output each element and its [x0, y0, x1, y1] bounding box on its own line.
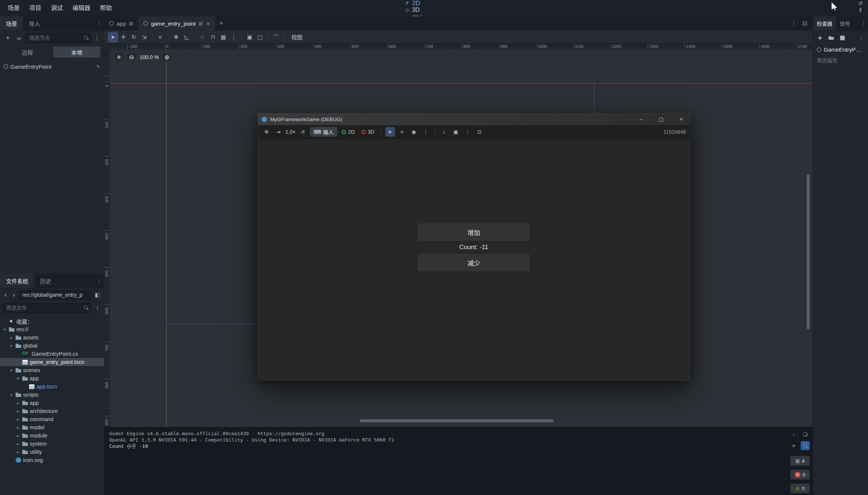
scale-tool-icon[interactable]: ⇲	[139, 32, 149, 42]
chevron-right-icon[interactable]: ▸	[16, 450, 20, 455]
expand-viewport-icon[interactable]: ⊡	[800, 19, 810, 28]
input-toggle-button[interactable]: ⌨ 输入	[310, 127, 337, 137]
skeleton-options-icon[interactable]: ⌒	[271, 32, 281, 42]
speed-selector[interactable]: 1.0×	[285, 129, 296, 135]
tab-history[interactable]: 历史	[34, 274, 57, 288]
fs-tree-row[interactable]: ▾scenes	[0, 366, 104, 374]
fs-tree-row[interactable]: ▾app	[0, 374, 104, 382]
tab-filesystem[interactable]: 文件系统	[0, 274, 34, 288]
filesystem-menu-icon[interactable]: ⋮	[94, 274, 104, 288]
workspace-tab-2d[interactable]: ↱ 2D	[405, 0, 430, 7]
scroll-to-bottom-icon[interactable]: ↓	[789, 430, 798, 439]
camera-override-icon[interactable]: ▣	[451, 127, 461, 137]
scene-dock-menu-icon[interactable]: ⋮	[94, 16, 104, 30]
tab-inspector[interactable]: 检查器	[813, 16, 836, 30]
inspector-menu-icon[interactable]: ⋮	[856, 33, 866, 43]
messages-badge[interactable]: ▤ 4	[790, 456, 810, 466]
pick-options-menu-icon[interactable]: ⋮	[421, 127, 431, 137]
tab-scene[interactable]: 场景	[0, 16, 23, 30]
reset-speed-icon[interactable]: ↺	[298, 127, 308, 137]
tab-list-menu-icon[interactable]: ⋮	[789, 19, 799, 28]
tab-import[interactable]: 导入	[23, 16, 46, 30]
chevron-right-icon[interactable]: ▸	[16, 401, 20, 406]
menu-project[interactable]: 项目	[25, 0, 46, 16]
fs-tree-row[interactable]: ▸model	[0, 423, 104, 432]
inspected-node-row[interactable]: GameEntryPoint	[813, 43, 868, 53]
menu-scene[interactable]: 场景	[3, 0, 25, 16]
scene-tab-app[interactable]: app ▤	[104, 16, 138, 30]
new-resource-icon[interactable]: ✚	[815, 33, 825, 43]
close-button[interactable]: ×	[673, 113, 690, 125]
mode-2d-toggle[interactable]: 2D	[340, 127, 357, 137]
menu-debug[interactable]: 调试	[46, 0, 68, 16]
next-frame-icon[interactable]: ⇥	[273, 127, 283, 137]
fs-tree-row[interactable]: icon.svg	[0, 456, 104, 464]
filter-nodes-input[interactable]	[25, 33, 91, 43]
load-resource-icon[interactable]	[826, 33, 836, 43]
fs-tree-row[interactable]: ▸command	[0, 415, 104, 423]
save-resource-icon[interactable]	[838, 33, 847, 43]
workspace-tab-3d[interactable]: ◇ 3D	[405, 7, 430, 13]
horizontal-scrollbar[interactable]	[360, 419, 554, 422]
copy-output-icon[interactable]: ❏	[801, 430, 810, 439]
chevron-right-icon[interactable]: ▸	[16, 417, 20, 422]
camera-menu-icon[interactable]: ⋮	[463, 127, 473, 137]
chevron-right-icon[interactable]: ▸	[16, 442, 20, 446]
game-window-titlebar[interactable]: MyGFrameworkGame (DEBUG) – ▢ ×	[258, 113, 690, 125]
close-tab-icon[interactable]: ×	[207, 20, 210, 27]
fs-tree-row[interactable]: ▸system	[0, 440, 104, 448]
fs-tree-row-selected[interactable]: game_entry_point.tscn	[0, 358, 104, 366]
rotate-tool-icon[interactable]: ↻	[129, 32, 139, 42]
scene-tree-node-gameentrypoint[interactable]: GameEntryPoint ✎	[0, 62, 104, 71]
zoom-percentage[interactable]: 100.0 %	[140, 54, 159, 60]
game-window[interactable]: MyGFrameworkGame (DEBUG) – ▢ × ✜ ⇥ 1.0× …	[258, 113, 690, 381]
search-output-icon[interactable]	[801, 441, 810, 450]
pick-hierarchy-icon[interactable]: ≡	[397, 127, 407, 137]
local-button[interactable]: 本地	[53, 46, 100, 58]
warnings-badge[interactable]: ⚠ 0	[790, 483, 810, 493]
chevron-right-icon[interactable]: ▸	[9, 335, 14, 340]
move-tool-icon[interactable]: ✛	[118, 32, 129, 42]
chevron-right-icon[interactable]: ▸	[16, 409, 20, 414]
vertical-scrollbar[interactable]	[807, 174, 810, 329]
fs-tree-row[interactable]: ▸utility	[0, 448, 104, 456]
increase-button[interactable]: 增加	[418, 224, 529, 241]
zoom-out-button[interactable]: ⊖	[127, 53, 136, 62]
maximize-button[interactable]: ▢	[652, 113, 670, 125]
fs-tree-row[interactable]: 收藏：	[0, 317, 104, 325]
tab-signals[interactable]: 信号	[836, 16, 854, 30]
menu-editor[interactable]: 编辑器	[68, 0, 95, 16]
chevron-down-icon[interactable]: ▾	[9, 343, 14, 348]
nav-forward-icon[interactable]: ›	[10, 290, 17, 300]
fs-tree-row[interactable]: ▾scripts	[0, 391, 104, 399]
lock-icon[interactable]: ▣	[244, 32, 255, 42]
new-scene-tab-button[interactable]: +	[215, 16, 228, 30]
chevron-right-icon[interactable]: ▸	[16, 425, 20, 430]
errors-badge[interactable]: × 0	[790, 470, 810, 479]
chevron-down-icon[interactable]: ▾	[9, 368, 14, 373]
decrease-button[interactable]: 减少	[418, 254, 529, 271]
fs-tree-row[interactable]: ▾res://	[0, 325, 104, 333]
fs-tree-row[interactable]: ▸assets	[0, 333, 104, 342]
menu-help[interactable]: 帮助	[95, 0, 117, 16]
fs-tree-row-open-scene[interactable]: app.tscn	[0, 382, 104, 391]
visibility-icon[interactable]: ◉	[409, 127, 419, 137]
inspector-dock-menu-icon[interactable]: ⋮	[859, 16, 868, 30]
fs-tree-row[interactable]: ▸app	[0, 399, 104, 407]
pan-tool-icon[interactable]: ✥	[171, 32, 181, 42]
remote-button[interactable]: 远程	[4, 46, 51, 58]
split-view-icon[interactable]: ◧	[93, 290, 102, 300]
nav-back-icon[interactable]: ‹	[2, 290, 9, 300]
add-node-button[interactable]: +	[3, 33, 13, 43]
snap-menu-icon[interactable]: ⋮	[229, 32, 239, 42]
filter-files-input[interactable]	[2, 303, 91, 313]
fs-tree-row[interactable]: ▸module	[0, 432, 104, 440]
chevron-down-icon[interactable]: ▾	[9, 393, 14, 397]
loggers-filter-icon[interactable]: ≡	[789, 441, 798, 450]
restart-game-button[interactable]: ↺	[858, 0, 863, 7]
instance-scene-button[interactable]: ∞	[14, 33, 24, 43]
sort-files-icon[interactable]: ↕	[93, 303, 102, 313]
center-view-icon[interactable]: ✳	[114, 53, 123, 62]
attached-script-icon[interactable]: ✎	[96, 64, 100, 69]
chevron-right-icon[interactable]: ▸	[16, 433, 20, 438]
